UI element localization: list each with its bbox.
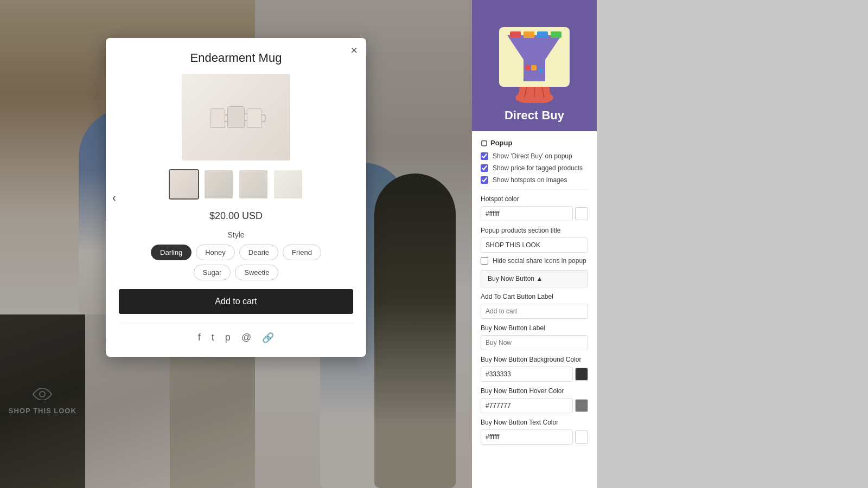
style-btn-dearie[interactable]: Dearie [239, 245, 278, 260]
direct-buy-title: Direct Buy [505, 108, 564, 123]
checkbox-row-direct-buy: Show 'Direct Buy' on popup [481, 152, 588, 160]
photo-cell-dark-kitchen[interactable]: SHOP THIS LOOK [0, 314, 85, 488]
buy-now-text-color-input[interactable] [481, 429, 573, 445]
buy-now-bg-color-label: Buy Now Button Background Color [481, 356, 588, 363]
buy-now-hover-color-row [481, 398, 588, 413]
thumbnail-2[interactable] [203, 169, 234, 200]
popup-product-title: Endearment Mug [119, 51, 353, 65]
buy-now-hover-color-input[interactable] [481, 398, 573, 413]
checkbox-hide-social-label: Hide social share icons in popup [493, 257, 586, 265]
style-btn-sweetie[interactable]: Sweetie [235, 265, 278, 280]
checkbox-row-hotspots: Show hotspots on images [481, 176, 588, 184]
style-btn-honey[interactable]: Honey [196, 245, 235, 260]
facebook-icon[interactable]: f [198, 332, 201, 344]
style-btn-darling[interactable]: Darling [151, 245, 192, 260]
svg-rect-8 [531, 65, 537, 70]
shop-this-look-overlay[interactable]: SHOP THIS LOOK [0, 314, 85, 488]
social-share-row: f t p @ 🔗 [119, 323, 353, 344]
popup-icon: ▢ [481, 139, 487, 147]
svg-point-9 [539, 68, 543, 73]
buy-now-bg-color-swatch[interactable] [575, 368, 588, 381]
twitter-icon[interactable]: t [212, 332, 214, 344]
popup-close-button[interactable]: × [350, 44, 358, 56]
eye-icon [33, 388, 52, 402]
buy-now-text-color-row [481, 429, 588, 445]
buy-now-label-input[interactable] [481, 335, 588, 350]
buy-now-hover-color-label: Buy Now Button Hover Color [481, 387, 588, 395]
svg-rect-4 [524, 31, 534, 38]
hotspot-color-input[interactable]: #ffffff [481, 206, 573, 221]
left-photo-area: SHOP THIS LOOK × ‹ Endearment Mug [0, 0, 472, 488]
thumbnail-3[interactable] [238, 169, 269, 200]
checkbox-row-hide-social: Hide social share icons in popup [481, 257, 588, 265]
product-popup-modal: × ‹ Endearment Mug [106, 38, 366, 357]
add-to-cart-label-label: Add To Cart Button Label [481, 293, 588, 300]
settings-popup-label: Popup [490, 139, 512, 147]
checkbox-row-price: Show price for tagged products [481, 164, 588, 172]
checkbox-direct-buy-label: Show 'Direct Buy' on popup [493, 152, 572, 160]
svg-rect-3 [510, 31, 521, 38]
checkbox-price[interactable] [481, 164, 488, 172]
hotspot-color-swatch[interactable] [575, 207, 588, 220]
buy-now-bg-color-row [481, 367, 588, 382]
hotspot-color-label: Hotspot color [481, 195, 588, 203]
settings-section-popup: ▢ Popup [481, 139, 588, 147]
checkbox-direct-buy[interactable] [481, 152, 488, 160]
buy-now-text-color-label: Buy Now Button Text Color [481, 419, 588, 426]
buy-now-hover-color-swatch[interactable] [575, 399, 588, 412]
pinterest-icon[interactable]: p [225, 332, 231, 344]
buy-now-bg-color-input[interactable] [481, 367, 573, 382]
svg-rect-5 [537, 31, 548, 38]
style-btn-friend[interactable]: Friend [283, 245, 321, 260]
add-to-cart-button[interactable]: Add to cart [119, 289, 353, 314]
svg-point-7 [525, 65, 531, 70]
buy-now-text-color-swatch[interactable] [575, 431, 588, 444]
checkbox-price-label: Show price for tagged products [493, 164, 583, 172]
thumbnail-1[interactable] [169, 169, 199, 200]
add-to-cart-label-input[interactable] [481, 304, 588, 319]
svg-rect-6 [551, 31, 561, 38]
style-btn-sugar[interactable]: Sugar [194, 265, 231, 280]
direct-buy-graphic [486, 11, 583, 108]
svg-point-0 [40, 391, 45, 397]
shop-this-look-text: SHOP THIS LOOK [9, 407, 76, 415]
email-icon[interactable]: @ [241, 332, 251, 344]
product-main-image [182, 74, 290, 160]
style-options-row1: Darling Honey Dearie Friend [119, 245, 353, 260]
link-icon[interactable]: 🔗 [262, 332, 274, 344]
settings-panel: ▢ Popup Show 'Direct Buy' on popup Show … [472, 131, 597, 488]
buy-now-label-label: Buy Now Button Label [481, 324, 588, 332]
checkbox-hotspots[interactable] [481, 176, 488, 184]
popup-back-button[interactable]: ‹ [112, 191, 116, 204]
checkbox-hotspots-label: Show hotspots on images [493, 176, 567, 184]
style-options-row2: Sugar Sweetie [119, 265, 353, 280]
hotspot-dot-2[interactable] [407, 293, 418, 304]
thumbnail-4[interactable] [273, 169, 303, 200]
right-sidebar: Direct Buy ▢ Popup Show 'Direct Buy' on … [472, 0, 597, 488]
product-price: $20.00 USD [119, 210, 353, 222]
popup-section-title-label: Popup products section title [481, 227, 588, 234]
style-label: Style [119, 230, 353, 239]
divider-1 [481, 189, 588, 190]
buy-now-accordion-btn[interactable]: Buy Now Button ▲ [481, 270, 588, 287]
product-thumbnails [119, 169, 353, 200]
hotspot-color-row: #ffffff [481, 206, 588, 221]
checkbox-hide-social[interactable] [481, 257, 488, 265]
popup-section-title-input[interactable] [481, 237, 588, 253]
